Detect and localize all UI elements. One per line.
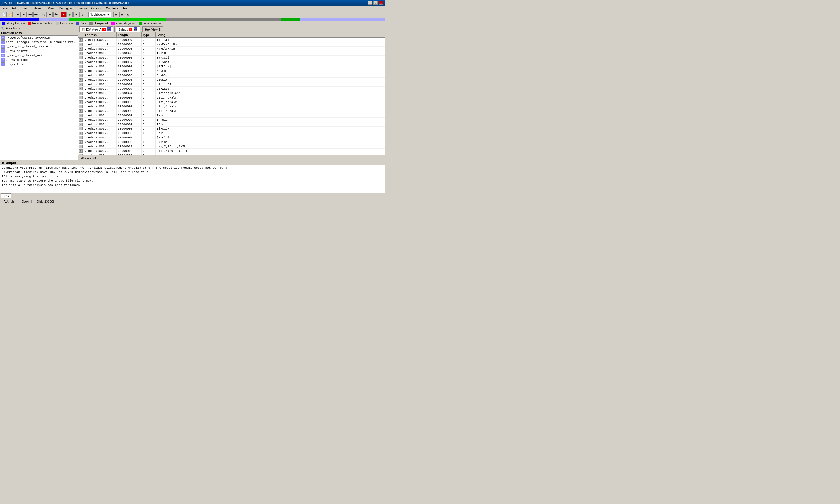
menu-search[interactable]: Search — [32, 6, 45, 11]
ida-view-cam[interactable]: 📷 — [107, 28, 111, 31]
cell-length-14: 00000008 — [117, 100, 142, 104]
open-btn[interactable]: 📂 — [7, 12, 13, 17]
menu-view[interactable]: View — [46, 6, 56, 11]
maximize-button[interactable]: □ — [373, 1, 378, 5]
debugger-selector[interactable]: No debugger ▼ — [88, 12, 111, 17]
legend-data: Data — [76, 22, 86, 25]
minimize-button[interactable]: ─ — [368, 1, 372, 5]
output-tab-idc[interactable]: IDC — [1, 194, 12, 198]
table-row[interactable]: S.rodata:000...00000008CL1ci;\b\a\r — [78, 104, 385, 109]
table-row[interactable]: S.rodata:000...00000009CL1ciii*$ — [78, 82, 385, 87]
table-row[interactable]: S.rodata:000...00000005C\aY$\b\x1B — [78, 47, 385, 51]
strings-table-body[interactable]: S.text:00000...00000007Cli,l\tiS.rodata:… — [78, 38, 385, 155]
strings-tab-close[interactable]: ✕ — [129, 28, 133, 31]
cell-string-14: L1ci;\b\a\r — [156, 100, 385, 104]
table-row[interactable]: S.rodata:000...00000007CSIL\cii — [78, 60, 385, 65]
table-row[interactable]: S.rodata:000...00000005C6;\b\a\r — [78, 73, 385, 78]
col-string[interactable]: String — [156, 32, 385, 37]
cell-type-25: C — [142, 149, 156, 153]
tab-strings[interactable]: Strings ✕ 📷 — [116, 26, 140, 32]
menu-options[interactable]: Options — [90, 6, 104, 11]
menu-file[interactable]: File — [1, 6, 10, 11]
col-address[interactable]: Address — [83, 32, 117, 37]
breakpoint-btn[interactable]: ● — [61, 12, 67, 17]
titlebar-controls: ─ □ ✕ — [368, 1, 383, 5]
strings-area: Address Length Type String S.text:00000.… — [78, 32, 385, 160]
table-row[interactable]: S.rodata:000...0000000ACL1ciii;\b\a\r — [78, 91, 385, 95]
table-row[interactable]: S.rodata:000...00000005C\b\rci — [78, 69, 385, 73]
functions-list[interactable]: f_PowerObfuscatorSPRXMainfpobf::Integer_… — [0, 36, 78, 160]
new-btn[interactable]: 📄 — [1, 12, 7, 17]
table-row[interactable]: S.rodata:000...00000008CYYYXcii — [78, 55, 385, 60]
function-item-1[interactable]: fpobf::Integer_MetaRand::CMetaUInt_Print… — [0, 40, 78, 44]
table-row[interactable]: S.rodata:000...00000008CL1ci;\b\a\r — [78, 95, 385, 100]
cell-string-17: IXHcii — [156, 113, 385, 118]
table-row[interactable]: S.rodata:000...00000007CI[Hcii — [78, 118, 385, 122]
strings-tab-group: Strings ✕ 📷 — [115, 26, 141, 32]
menu-debugger[interactable]: Debugger — [57, 6, 74, 11]
run-btn[interactable]: ▶ — [67, 12, 73, 17]
table-row[interactable]: S.text:00000...00000007Cli,l\ti — [78, 38, 385, 42]
function-icon-2: f — [1, 45, 5, 49]
function-label-6: ._sys_free — [6, 63, 24, 66]
step-btn[interactable]: ⤵ — [80, 12, 85, 17]
ida-view-close[interactable]: ✕ — [103, 28, 106, 31]
function-item-4[interactable]: f._sys_ppu_thread_exit — [0, 53, 78, 58]
function-item-6[interactable]: f._sys_free — [0, 62, 78, 67]
back-btn[interactable]: ◄ — [15, 12, 20, 17]
menu-edit[interactable]: Edit — [11, 6, 19, 11]
cell-length-10: 00000009 — [117, 82, 142, 86]
table-row[interactable]: S.rodata:000...00000007CIXHcii — [78, 113, 385, 118]
fwd2-btn[interactable]: ►► — [33, 12, 39, 17]
find-btn[interactable]: A — [47, 12, 53, 17]
back2-btn[interactable]: ◄◄ — [27, 12, 33, 17]
forward-btn[interactable]: ► — [21, 12, 27, 17]
function-item-0[interactable]: f_PowerObfuscatorSPRXMain — [0, 36, 78, 40]
table-row[interactable]: S.rodata:000...00000007CIZHcii — [78, 122, 385, 127]
strings-tab-cam[interactable]: 📷 — [134, 28, 137, 31]
menu-lumina[interactable]: Lumina — [75, 6, 88, 11]
cb-library — [0, 18, 39, 21]
cell-address-13: .rodata:000... — [83, 95, 117, 100]
findnext-btn[interactable]: A► — [53, 12, 59, 17]
legend-instruction-color — [56, 22, 59, 25]
table-row[interactable]: S.rodata:.sceR...0000000ECsysPrxForUser — [78, 42, 385, 47]
table-row[interactable]: S.rodata:000...00000008CL1ci;\b\a\r — [78, 109, 385, 113]
table-row[interactable]: S.rodata:000...00000007C[SIL\ci — [78, 136, 385, 140]
plugin-btn3[interactable]: ⚙ — [125, 12, 131, 17]
menu-help[interactable]: Help — [121, 6, 131, 11]
tab-ida-view-a[interactable]: 📋 IDA View-A ✕ 📷 — [80, 26, 113, 32]
function-item-2[interactable]: f._sys_ppu_thread_create — [0, 44, 78, 49]
cell-address-19: .rodata:000... — [83, 122, 117, 126]
status-au: AU: idle — [2, 200, 16, 203]
cell-address-25: .rodata:000... — [83, 149, 117, 153]
table-row[interactable]: S.rodata:000...00000008CI]Hcii/ — [78, 127, 385, 131]
legend-library-color — [2, 22, 5, 25]
table-row[interactable]: S.rodata:000...00000006CLYQ1ci — [78, 140, 385, 144]
menu-windows[interactable]: Windows — [104, 6, 120, 11]
function-item-3[interactable]: f._sys_printf — [0, 49, 78, 53]
tab-hex-view[interactable]: Hex View-1 — [142, 26, 163, 32]
table-row[interactable]: S.rodata:000...00000011Ccii,*;09=:=;?XIL — [78, 144, 385, 149]
col-length[interactable]: Length — [117, 32, 142, 37]
table-row[interactable]: S.rodata:000...00000006Ci3ii= — [78, 51, 385, 55]
table-row[interactable]: S.rodata:000...00000005CHcii — [78, 131, 385, 136]
row-icon-19: S — [78, 122, 83, 126]
right-panel: 📋 IDA View-A ✕ 📷 Strings ✕ 📷 Hex View-1 — [78, 26, 385, 160]
plugin-btn2[interactable]: ⚙ — [119, 12, 125, 17]
function-item-5[interactable]: f._sys_malloc — [0, 58, 78, 62]
col-type[interactable]: Type — [142, 32, 156, 37]
table-row[interactable]: S.rodata:000...00000008CL1ci;\b\a\r — [78, 100, 385, 104]
table-row[interactable]: S.rodata:000...00000007CU1YWSIY — [78, 87, 385, 91]
plugin-btn1[interactable]: ⚙ — [113, 12, 119, 17]
table-row[interactable]: S.rodata:000...00000013Cciii,*;09=:=;?[I… — [78, 149, 385, 153]
cell-type-24: C — [142, 144, 156, 148]
table-row[interactable]: S.rodata:000...00000006CU1WSIY — [78, 78, 385, 82]
hex-view-tab-group: Hex View-1 — [141, 26, 385, 32]
menu-jump[interactable]: Jump — [20, 6, 31, 11]
close-button[interactable]: ✕ — [379, 1, 383, 5]
cell-length-4: 00000008 — [117, 55, 142, 60]
table-row[interactable]: S.rodata:000...00000008C[SIL\ci] — [78, 65, 385, 69]
search-btn[interactable]: 🔍 — [41, 12, 47, 17]
stop-btn[interactable]: ■ — [73, 12, 79, 17]
